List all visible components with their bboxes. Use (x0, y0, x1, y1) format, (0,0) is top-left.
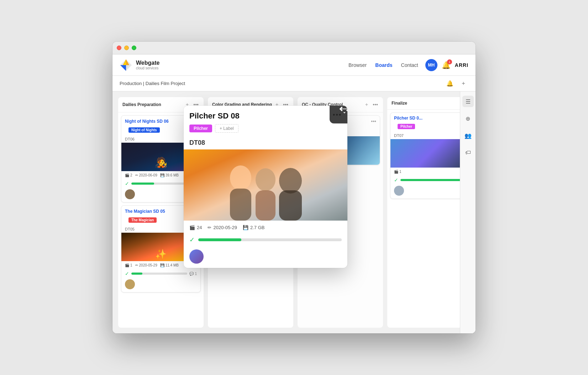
check-icon-magician: ✓ (125, 271, 129, 276)
nav-boards[interactable]: Boards (375, 62, 392, 68)
sidebar-list-button[interactable]: ☰ (462, 96, 474, 107)
card-title-pilcher-right: Pilcher SD 0... (394, 116, 460, 121)
progress-bar-fill-night (131, 183, 154, 185)
floating-meta-size: 💾 2.7 GB (243, 225, 264, 230)
title-bar (112, 42, 476, 54)
film-icon-night: 🎬 (125, 173, 129, 177)
meta-size-night: 💾 39.6 MB (160, 173, 179, 177)
floating-card-image (184, 149, 347, 221)
progress-bar-fill-magician (131, 273, 142, 275)
card-progress-magician: ✓ 💬 1 (121, 269, 200, 279)
card-header-pilcher-right: Pilcher SD 0... (390, 113, 460, 122)
board-content: Dailies Preparation ＋ ••• Night of Night… (112, 91, 476, 333)
floating-card-title: Pilcher SD 08 (189, 111, 240, 121)
minimize-button[interactable] (124, 46, 129, 50)
column-title-finalize: Finalize (392, 101, 460, 106)
svg-rect-17 (279, 190, 302, 221)
column-add-button-qc[interactable]: ＋ (363, 101, 370, 109)
meta-date-night: ✏ 2020-06-09 (135, 173, 157, 177)
card-progress-pilcher-right: ✓ (390, 176, 460, 185)
floating-card-progress: ✓ (184, 234, 347, 247)
hdd-icon-night: 💾 (160, 173, 164, 177)
floating-label-pilcher: Pilcher (189, 125, 212, 132)
card-id-pilcher-right: DT07 (390, 133, 460, 139)
floating-card-header: Pilcher SD 08 ••• Pilcher + Label (184, 106, 347, 139)
globe-icon: ⊕ (466, 115, 470, 122)
card-title-night: Night of Nights SD 06 (125, 119, 191, 124)
card-title-magician: The Magician SD 05 (125, 209, 191, 214)
card-pilcher-right[interactable]: Pilcher SD 0... Pilcher DT07 🎬 1 (390, 112, 460, 199)
move-arrows-svg (337, 106, 347, 116)
column-cards-finalize: Pilcher SD 0... Pilcher DT07 🎬 1 (387, 110, 460, 328)
maximize-button[interactable] (132, 46, 136, 50)
pencil-icon-night: ✏ (135, 173, 138, 177)
floating-image-svg (184, 149, 347, 221)
card-image-pilcher-right (390, 139, 460, 168)
svg-rect-15 (230, 189, 251, 221)
breadcrumb: Production | Dailies Film Project (120, 81, 185, 86)
check-icon-pilcher-right: ✓ (394, 177, 398, 183)
column-menu-button-qc[interactable]: ••• (372, 101, 379, 109)
pencil-icon-magician: ✏ (135, 263, 138, 267)
tag-icon: 🏷 (465, 149, 471, 156)
traffic-lights (117, 46, 136, 50)
notification-badge: 1 (447, 59, 452, 64)
right-sidebar: ☰ ⊕ 👥 🏷 (460, 91, 476, 333)
sidebar-globe-button[interactable]: ⊕ (462, 113, 474, 124)
bell-action-button[interactable]: 🔔 (445, 79, 455, 89)
meta-size-magician: 💾 11.4 MB (160, 263, 179, 267)
column-title-dailies: Dailies Preparation (122, 102, 184, 107)
check-icon-night: ✓ (125, 181, 129, 186)
progress-bar-bg-magician (131, 273, 187, 275)
card-avatar-magician (125, 279, 135, 289)
move-cursor-icon (330, 106, 347, 123)
card-label-magician: The Magician (128, 217, 157, 223)
film-icon-magician: 🎬 (125, 263, 129, 267)
list-icon: ☰ (466, 98, 471, 105)
people-icon: 👥 (464, 132, 472, 139)
nav-actions: MH 🔔 1 ARRI (425, 59, 468, 71)
film-icon-pilcher-right: 🎬 (394, 170, 398, 174)
card-menu-go-faster[interactable]: ••• (371, 118, 376, 124)
notification-bell[interactable]: 🔔 1 (442, 61, 451, 69)
svg-point-14 (279, 168, 302, 194)
meta-count-night: 🎬 2 (125, 173, 132, 177)
add-label-button[interactable]: + Label (215, 124, 238, 133)
svg-rect-16 (256, 190, 275, 221)
card-label-pilcher-right: Pilcher (398, 124, 415, 129)
comment-count-magician: 💬 1 (189, 272, 197, 276)
logo-text: Webgate cloud services (136, 60, 159, 70)
sidebar-people-button[interactable]: 👥 (462, 130, 474, 141)
card-meta-pilcher-right: 🎬 1 (390, 168, 460, 176)
logo-area: Webgate cloud services (120, 59, 159, 72)
nav-links: Browser Boards Contact (348, 62, 418, 68)
column-header-finalize: Finalize (387, 97, 460, 110)
nav-contact[interactable]: Contact (401, 62, 418, 68)
nav-browser[interactable]: Browser (348, 62, 367, 68)
meta-count-pilcher-right: 🎬 1 (394, 170, 401, 174)
progress-bar-fill-pilcher (400, 179, 460, 181)
hdd-icon-magician: 💾 (160, 263, 164, 267)
meta-date-magician: ✏ 2020-05-29 (135, 263, 157, 267)
floating-progress-bar-bg (198, 238, 342, 241)
logo-icon (120, 59, 132, 72)
floating-meta-date: ✏ 2020-05-29 (208, 225, 237, 230)
add-action-button[interactable]: ＋ (458, 79, 468, 89)
floating-card-meta: 🎬 24 ✏ 2020-05-29 💾 2.7 GB (184, 221, 347, 234)
floating-card-labels: Pilcher + Label (189, 124, 342, 133)
floating-card-avatar (189, 249, 204, 264)
mac-window: Webgate cloud services Browser Boards Co… (112, 42, 476, 333)
floating-card-pilcher: Pilcher SD 08 ••• Pilcher + Label DT08 (184, 106, 347, 268)
column-actions-qc: ＋ ••• (363, 101, 379, 109)
sidebar-tag-button[interactable]: 🏷 (462, 147, 474, 158)
arri-brand: ARRI (455, 62, 468, 68)
breadcrumb-actions: 🔔 ＋ (445, 79, 468, 89)
meta-count-magician: 🎬 1 (125, 263, 132, 267)
close-button[interactable] (117, 46, 121, 50)
column-finalize: Finalize Pilcher SD 0... Pilcher DT07 (387, 97, 460, 328)
svg-point-12 (230, 165, 251, 190)
user-avatar[interactable]: MH (425, 59, 437, 71)
card-avatar-night (125, 189, 135, 199)
pencil-icon-floating: ✏ (208, 225, 211, 230)
check-icon-floating: ✓ (189, 236, 195, 244)
